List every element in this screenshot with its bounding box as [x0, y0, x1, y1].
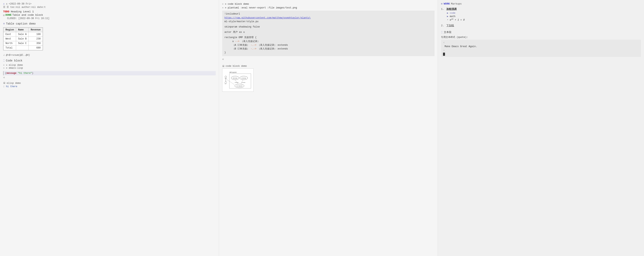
plantuml-code-section: » » code block demo » » plantuml :eval n…	[222, 2, 435, 62]
todo-heading-text: Heading Level 1	[11, 10, 34, 13]
done-item: ☑ DONE Table and code block	[3, 14, 216, 17]
date-meta-line: ⚓ ⚓ <2022-09-30 Fri>	[3, 2, 216, 5]
work-label: WORK	[444, 2, 450, 5]
uml-node-b-label: B订单充值	[233, 78, 237, 79]
bold-underline-text: 加粗强调	[446, 8, 456, 10]
close-brace-line: }	[224, 51, 432, 54]
grid-icon: ⊞	[441, 2, 442, 5]
blank-line-2	[224, 29, 432, 30]
cell-sale-a: Sale A	[16, 32, 29, 37]
indent-line-2: （A 订单充值） -.-> （录入充值记录）:extends	[224, 44, 432, 47]
text-cursor	[443, 52, 445, 56]
toc-text: ☰ toc:nil author:nil date:t	[7, 6, 46, 9]
done-label: DONE	[6, 14, 12, 16]
table-row: East Sale A 100	[4, 32, 43, 37]
includeurl-line: !includeurl	[224, 12, 432, 16]
list-item-1: 1. 加粗强调 ▶ code ▶ math • eiπ + 1 = 0	[441, 7, 641, 22]
uml-actor-head	[225, 76, 226, 78]
uml-extends-2: extends	[242, 82, 245, 83]
url-line: https://raw.githubusercontent.com/matthe…	[224, 16, 432, 20]
text-section-heading: ⁚⁚ 文本段	[441, 30, 641, 34]
arrow-1: -->	[235, 40, 240, 43]
table-row: West Sale B 230	[4, 37, 43, 41]
table-section-heading: ≡ Table caption demo	[3, 22, 216, 25]
fold-arrow-code[interactable]: ▶	[447, 12, 448, 14]
right-panel-header: ⊞ WORK Markups	[441, 2, 641, 5]
blank-line-1	[224, 24, 432, 25]
uml-title: OMP充值管理	[230, 72, 236, 73]
code-section-heading: ⁚⁚ Code block	[3, 59, 216, 62]
colon-prefix: :	[3, 85, 6, 88]
code-bars-icon: ⁚⁚	[3, 59, 5, 62]
uml-diagram-area: OMP充值管理 用户 B订单充值 A订单充值	[222, 68, 254, 92]
table-total-row: Total 680	[4, 46, 43, 50]
uml-extends-1: extends	[234, 82, 238, 83]
diagram-demo-header: 🏛 code block demo	[222, 65, 435, 68]
markups-label: Markups	[451, 2, 462, 5]
uml-diagram-svg: OMP充值管理 用户 B订单充值 A订单充值	[224, 70, 252, 90]
diagram-demo-label: code block demo	[226, 65, 247, 68]
uml-actor-label: 用户	[225, 83, 227, 84]
elisp-demo-section: 🏛 elisp demo	[3, 82, 216, 84]
space	[16, 72, 18, 74]
fold-label-math: math	[450, 15, 456, 18]
url-line-cont: ml-style/master/style.pu	[224, 20, 432, 24]
quote-bracket-open: ‹	[443, 41, 639, 44]
uml-node-c-label: 录入充值记录	[236, 86, 242, 87]
code-sub-elisp: » elisp demo	[3, 64, 216, 66]
indent-line-1: u --> （录入充值记录）	[224, 40, 432, 44]
arrow-2: -.->	[251, 44, 256, 46]
elisp-hi-there-output: hi there	[6, 85, 17, 88]
quote-block: ‹ Make Emacs Great Again. ›	[441, 40, 641, 57]
building-icon-left: 🏛	[3, 82, 6, 84]
uml-arrow-actor-c	[227, 80, 234, 84]
comment-plantuml-line: » » plantuml :eval never-export :file im…	[222, 6, 435, 10]
uml-node-a-label: A订单充值	[242, 78, 246, 79]
right-panel: ⊞ WORK Markups 1. 加粗强调 ▶ code ▶ math	[438, 0, 644, 256]
done-text: Table and code block	[12, 14, 43, 16]
uml-actor-leg-l	[224, 81, 226, 83]
elisp-demo-label: elisp demo	[7, 82, 21, 84]
elisp-result-line: : hi there	[3, 85, 216, 88]
col-region: Region	[4, 28, 16, 32]
table-bars-icon: ≡	[3, 22, 5, 25]
markups-list: 1. 加粗强调 ▶ code ▶ math • eiπ + 1 = 0	[441, 7, 641, 27]
plantuml-content-block: !includeurl https://raw.githubuserconten…	[222, 10, 435, 56]
blank-line-3	[224, 34, 432, 36]
text-section-bars-icon: ⁚⁚	[441, 31, 442, 34]
table-caption-heading-text: Table caption demo	[6, 22, 36, 25]
middle-panel: » » code block demo » » plantuml :eval n…	[219, 0, 438, 256]
table-wrapper: Region Name Revenue East Sale A 100 West…	[3, 27, 43, 50]
quote-intro-line: 引用文本样式 (quote):	[441, 36, 641, 39]
quote-text-line: Make Emacs Great Again.	[444, 45, 639, 48]
quote-close-marker-1: «	[3, 76, 216, 79]
actor-line: actor 用户 as u	[224, 30, 432, 34]
toc-icon: ☰	[3, 6, 5, 9]
diagram-section: 🏛 code block demo OMP充值管理 用户	[222, 65, 435, 92]
arrow-3: -.->	[251, 48, 256, 50]
cell-sale-c: Sale C	[16, 41, 29, 46]
todo-label: TODO	[3, 10, 9, 13]
cell-total-name	[16, 46, 29, 50]
fold-arrow-math[interactable]: ▶	[447, 15, 448, 18]
math-formula: eiπ + 1 = 0	[450, 19, 464, 22]
skinparam-line: skinparam shadowing false	[224, 25, 432, 29]
text-section-label: 文本段	[444, 30, 452, 34]
left-panel: ⚓ ⚓ <2022-09-30 Fri> ☰ ☰ toc:nil author:…	[0, 0, 219, 256]
quote-section: 引用文本样式 (quote): ‹ Make Emacs Great Again…	[441, 36, 641, 57]
list-number-2: 2.	[441, 24, 444, 27]
cell-east: East	[4, 32, 16, 37]
code-section-heading-text: Code block	[6, 59, 22, 62]
indent-line-3: （B 订单充值） -.-> （录入充值记录）:extends	[224, 47, 432, 51]
col-revenue: Revenue	[29, 28, 42, 32]
message-keyword: message	[6, 72, 16, 74]
table-row: North Sale C 350	[4, 41, 43, 46]
building-icon-middle: 🏛	[222, 65, 224, 68]
cell-100: 100	[29, 32, 42, 37]
fold-child-code: ▶ code	[445, 12, 641, 14]
comment-code-block-demo: » » code block demo	[222, 2, 435, 6]
date-text: ⚓ <2022-09-30 Fri>	[6, 2, 32, 5]
string-hi-there: "hi there"	[18, 72, 32, 74]
table-formula: ∴ @>$>=vsum(@2..@4)	[3, 54, 216, 56]
quote-close-middle: «	[222, 57, 435, 62]
